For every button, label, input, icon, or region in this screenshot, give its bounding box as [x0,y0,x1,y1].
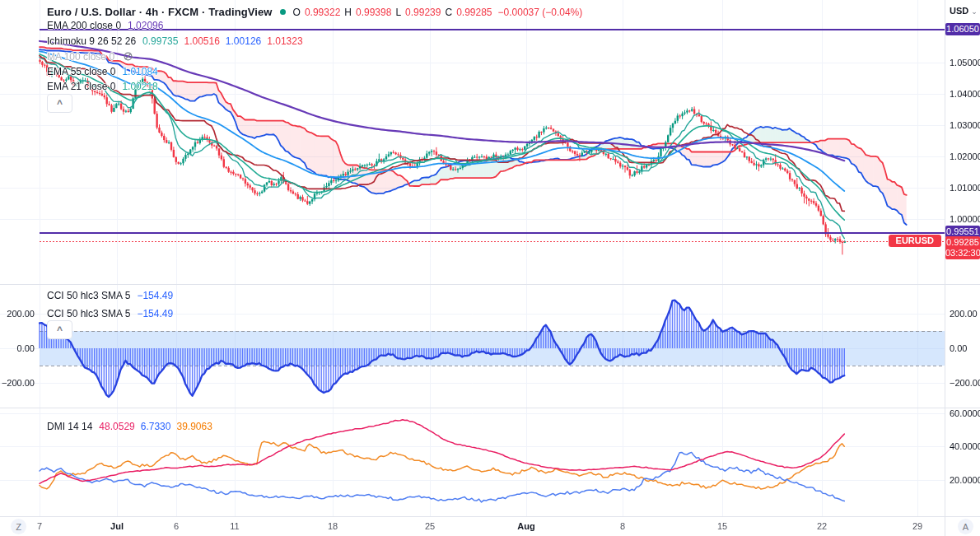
cci-axis-tick-label: −200.00 [0,378,35,388]
time-tick-label: 15 [717,521,727,531]
legend-value: 1.00516 [184,35,219,47]
time-tick-label: 18 [328,521,338,531]
autofit-scale-button[interactable]: A [958,519,973,534]
chevron-up-icon: ^ [57,324,63,336]
collapse-legend-button[interactable]: ^ [47,94,72,113]
legend-value: 0.99735 [142,35,178,47]
timezone-label: Z [16,522,21,532]
legend-ma100-label: MA 100 close 0 [47,51,114,63]
axis-tick-label: 1.04000 [950,89,980,99]
pane-separator-cci-dmi[interactable] [0,408,980,408]
axis-tick-label: 1.01000 [950,183,980,193]
axis-tick-label: 0.00 [950,343,967,353]
visibility-off-icon[interactable] [123,51,133,62]
price-axis-currency-selector[interactable]: USD ⌄ [950,6,978,16]
ohlc-key: C [445,7,452,18]
legend-dmi[interactable]: DMI 14 14 48.05296.733039.9063 [47,420,212,432]
chevron-up-icon: ^ [57,98,63,110]
time-axis-separator [0,516,980,517]
axis-tick-label: 1.05000 [950,58,980,68]
change-value: −0.00037 (−0.04%) [498,7,583,18]
legend-value: 1.00126 [226,35,261,47]
ohlc-value: 0.99285 [456,7,492,18]
ohlc-key: L [395,7,401,18]
market-status-icon[interactable] [280,9,286,15]
legend-ema200[interactable]: EMA 200 close 0 1.02096 [47,19,163,31]
legend-dmi-label: DMI 14 14 [47,421,92,432]
symbol-price-tag: EURUSD [889,235,941,247]
upper-level-price-badge: 1.06050 [945,23,980,35]
legend-cci-2[interactable]: CCI 50 hlc3 SMA 5 −154.49 [47,307,173,319]
legend-ma100[interactable]: MA 100 close 0 [47,50,133,63]
collapse-cci-pane-button[interactable]: ^ [47,320,72,339]
last-price-value: 0.99285 [945,237,980,248]
currency-label: USD [950,6,968,16]
legend-ema200-label: EMA 200 close 0 [47,20,121,31]
axis-tick-label: 20.0000 [950,475,980,485]
ohlc-value: 0.99239 [405,7,441,18]
symbol-title[interactable]: Euro / U.S. Dollar · 4h · FXCM · Trading… [47,6,273,18]
bar-countdown: 03:32:30 [945,248,980,259]
legend-value: 1.02096 [128,20,163,31]
tradingview-chart-window: Euro / U.S. Dollar · 4h · FXCM · Trading… [0,0,980,536]
time-tick-label: 29 [912,521,922,531]
time-tick-label: 7 [37,521,42,531]
legend-cci-2-label: CCI 50 hlc3 SMA 5 [47,308,130,319]
time-tick-label: Aug [517,521,534,531]
legend-ema21[interactable]: EMA 21 close 0 1.00218 [47,80,158,92]
legend-value: 6.7330 [141,421,171,432]
chevron-down-icon: ⌄ [971,7,978,16]
legend-value: 1.00218 [122,81,157,92]
axis-tick-label: −200.00 [950,378,980,388]
time-tick-label: 11 [230,521,239,531]
axis-tick-label: 40.0000 [950,441,980,451]
legend-cci-1-label: CCI 50 hlc3 SMA 5 [47,290,130,301]
ohlc-value: 0.99322 [305,7,340,18]
legend-cci-1[interactable]: CCI 50 hlc3 SMA 5 −154.49 [47,289,173,301]
ohlc-value: 0.99398 [356,7,391,18]
cci-axis-tick-label: 0.00 [0,343,35,353]
last-price-badge: 0.99285 03:32:30 [945,236,980,259]
time-tick-label: Jul [110,521,124,531]
axis-tick-label: 200.00 [950,309,978,319]
legend-value: 1.01084 [122,66,157,77]
axis-tick-label: 1.02000 [950,151,980,161]
legend-value: 1.01323 [267,35,302,47]
legend-value: 48.0529 [99,421,134,432]
legend-ema55[interactable]: EMA 55 close 0 1.01084 [47,65,158,77]
axis-tick-label: 60.0000 [950,408,980,418]
axis-tick-label: 1.03000 [950,120,980,130]
legend-ema21-label: EMA 21 close 0 [47,81,115,92]
pane-separator-main-cci[interactable] [0,284,980,285]
chart-header: Euro / U.S. Dollar · 4h · FXCM · Trading… [47,5,582,19]
timezone-button[interactable]: Z [11,519,26,534]
price-axis-separator [945,0,945,536]
legend-ichimoku-label: Ichimoku 9 26 52 26 [47,35,136,47]
legend-ichimoku[interactable]: Ichimoku 9 26 52 26 0.997351.005161.0012… [47,35,303,47]
legend-value: −154.49 [137,290,173,301]
autofit-label: A [963,522,968,532]
ohlc-key: O [293,7,301,18]
time-tick-label: 22 [817,521,827,531]
legend-value: 39.9063 [176,421,212,432]
time-tick-label: 6 [174,521,179,531]
legend-ema55-label: EMA 55 close 0 [47,66,115,77]
time-tick-label: 25 [425,521,435,531]
ohlc-values: O0.99322H0.99398L0.99239C0.99285−0.00037… [293,7,583,18]
ohlc-key: H [344,7,352,18]
cci-axis-tick-label: 200.00 [0,309,35,319]
time-tick-label: 8 [620,521,625,531]
legend-value: −154.49 [137,308,173,319]
axis-tick-label: 1.00000 [950,214,980,224]
